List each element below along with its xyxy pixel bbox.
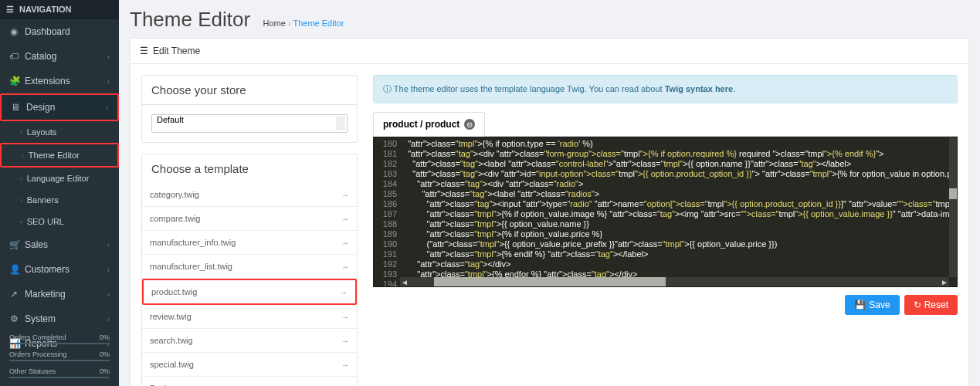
info-alert: ⓘ The theme editor uses the template lan…	[373, 75, 958, 103]
page-header: Theme Editor Home › Theme Editor	[119, 0, 980, 38]
store-select[interactable]: Default	[151, 114, 348, 133]
breadcrumb-home[interactable]: Home	[263, 19, 286, 28]
sidebar-sub-banners[interactable]: ›Banners	[0, 189, 119, 211]
nav-header: ☰ NAVIGATION	[0, 0, 119, 19]
arrow-right-icon: →	[341, 215, 349, 223]
choose-store-card: Choose your store Default	[141, 75, 358, 143]
stat-row: Other Statuses0%	[9, 364, 110, 377]
template-row[interactable]: special.twig→	[142, 353, 357, 377]
sidebar-sub-seo-url[interactable]: ›SEO URL	[0, 211, 119, 232]
breadcrumb-current[interactable]: Theme Editor	[293, 19, 344, 28]
puzzle-icon: 🧩	[9, 76, 19, 86]
scroll-left-icon[interactable]: ◄	[400, 277, 409, 286]
save-icon: 💾	[854, 300, 866, 310]
scroll-right-icon[interactable]: ►	[940, 277, 949, 286]
reset-button[interactable]: ↻ Reset	[904, 295, 958, 315]
sidebar-item-customers[interactable]: 👤Customers›	[0, 257, 119, 282]
save-button[interactable]: 💾 Save	[845, 295, 899, 315]
choose-template-title: Choose a template	[142, 154, 357, 183]
chevron-right-icon: ›	[106, 103, 108, 112]
dashboard-icon: ◉	[9, 26, 19, 37]
arrow-right-icon: →	[341, 191, 349, 199]
chevron-right-icon: ›	[107, 290, 110, 299]
chevron-right-icon: ›	[107, 315, 110, 323]
user-icon: 👤	[9, 264, 19, 275]
chevron-right-icon: ›	[107, 77, 110, 86]
vscroll-thumb[interactable]	[949, 188, 957, 199]
arrow-right-icon: →	[341, 313, 349, 321]
caret-right-icon: ›	[20, 175, 22, 182]
choose-template-card: Choose a template category.twig→compare.…	[141, 154, 358, 386]
tab-close-icon[interactable]: ⊖	[464, 119, 475, 130]
scroll-thumb[interactable]	[434, 277, 666, 286]
template-row[interactable]: compare.twig→	[142, 207, 357, 231]
gear-icon: ⚙	[9, 313, 19, 324]
sidebar-sub-theme-editor[interactable]: ›Theme Editor	[0, 143, 119, 168]
reset-icon: ↻	[914, 300, 921, 310]
sidebar-sub-language-editor[interactable]: ›Language Editor	[0, 168, 119, 189]
template-row[interactable]: manufacturer_list.twig→	[142, 255, 357, 279]
template-back[interactable]: Back←	[142, 377, 357, 386]
stat-row: Orders Completed0%	[9, 330, 110, 343]
caret-right-icon: ›	[22, 152, 24, 159]
template-row[interactable]: product.twig→	[142, 279, 357, 305]
tv-icon: 🖥	[11, 102, 20, 113]
arrow-right-icon: →	[340, 288, 348, 296]
editor-tab[interactable]: product / product ⊖	[373, 112, 485, 137]
tab-label: product / product	[383, 119, 459, 130]
arrow-right-icon: →	[341, 262, 349, 271]
twig-syntax-link[interactable]: Twig syntax here	[665, 84, 733, 93]
chevron-right-icon: ›	[107, 52, 110, 61]
sidebar-item-system[interactable]: ⚙System›	[0, 306, 119, 331]
page-title: Theme Editor	[130, 8, 250, 32]
editor-vscroll[interactable]	[949, 137, 957, 277]
caret-right-icon: ›	[20, 129, 22, 136]
sidebar-item-catalog[interactable]: 🏷Catalog›	[0, 44, 119, 69]
bars-icon[interactable]: ☰	[6, 5, 14, 14]
tag-icon: 🏷	[9, 51, 19, 62]
editor-hscroll[interactable]: ◄ ►	[400, 277, 949, 286]
sidebar-item-extensions[interactable]: 🧩Extensions›	[0, 69, 119, 93]
panel-title: Edit Theme	[153, 46, 200, 56]
stat-row: Orders Processing0%	[9, 347, 110, 360]
code-editor[interactable]: 1801811821831841851861871881891901911921…	[373, 137, 958, 287]
cart-icon: 🛒	[9, 239, 19, 250]
nav-header-label: NAVIGATION	[19, 5, 71, 14]
sidebar-stats: Orders Completed0%Orders Processing0%Oth…	[0, 330, 119, 386]
template-row[interactable]: manufacturer_info.twig→	[142, 231, 357, 255]
caret-right-icon: ›	[20, 218, 22, 225]
breadcrumb: Home › Theme Editor	[263, 19, 344, 28]
template-row[interactable]: review.twig→	[142, 305, 357, 329]
panel-header: ☰ Edit Theme	[130, 38, 969, 64]
template-row[interactable]: search.twig→	[142, 329, 357, 353]
arrow-right-icon: →	[341, 337, 349, 345]
sidebar-item-marketing[interactable]: ↗Marketing›	[0, 282, 119, 306]
sidebar-item-dashboard[interactable]: ◉Dashboard	[0, 19, 119, 44]
sidebar-sub-layouts[interactable]: ›Layouts	[0, 121, 119, 143]
choose-store-title: Choose your store	[142, 76, 357, 104]
info-icon: ⓘ	[383, 84, 394, 93]
template-row[interactable]: category.twig→	[142, 183, 357, 207]
sidebar-item-design[interactable]: 🖥Design›	[0, 93, 119, 121]
arrow-right-icon: →	[341, 239, 349, 247]
list-icon: ☰	[140, 46, 148, 56]
share-icon: ↗	[9, 289, 19, 300]
sidebar: ☰ NAVIGATION ◉Dashboard🏷Catalog›🧩Extensi…	[0, 0, 119, 386]
chevron-right-icon: ›	[107, 266, 110, 274]
arrow-right-icon: →	[341, 361, 349, 369]
caret-right-icon: ›	[20, 197, 22, 204]
chevron-right-icon: ›	[107, 241, 110, 249]
sidebar-item-sales[interactable]: 🛒Sales›	[0, 232, 119, 257]
